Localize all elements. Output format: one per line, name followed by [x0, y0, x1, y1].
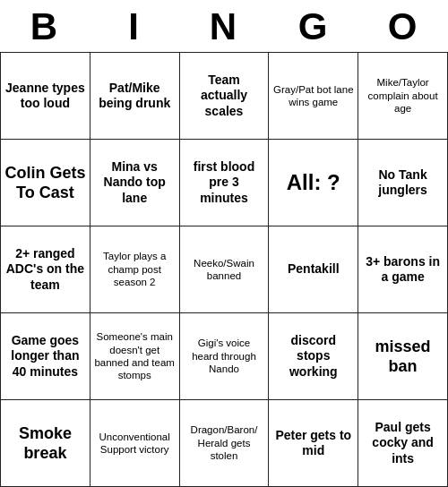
bingo-grid: Jeanne types too loudPat/Mike being drun… [0, 52, 448, 487]
cell-4-3: Peter gets to mid [269, 400, 358, 487]
cell-text-0-2: Team actually scales [184, 73, 265, 120]
cell-3-0: Game goes longer than 40 minutes [1, 313, 90, 400]
cell-1-4: No Tank junglers [358, 140, 448, 226]
cell-text-1-2: first blood pre 3 minutes [184, 159, 265, 207]
cell-text-1-3: All: ? [287, 169, 340, 196]
cell-text-4-4: Paul gets cocky and ints [362, 420, 444, 467]
cell-1-3: All: ? [269, 140, 358, 226]
cell-text-3-2: Gigi's voice heard through Nando [184, 337, 265, 375]
cell-3-1: Someone's main doesn't get banned and te… [90, 313, 180, 400]
cell-text-3-1: Someone's main doesn't get banned and te… [94, 330, 176, 382]
cell-text-4-1: Unconventional Support victory [94, 431, 176, 457]
cell-0-2: Team actually scales [180, 53, 270, 140]
cell-text-2-1: Taylor plays a champ post season 2 [94, 250, 176, 288]
cell-text-0-3: Gray/Pat bot lane wins game [272, 83, 354, 109]
cell-text-2-3: Pentakill [288, 261, 340, 278]
title-letter-O: O [358, 5, 448, 48]
cell-4-1: Unconventional Support victory [90, 400, 180, 487]
title-letter-I: I [90, 5, 179, 48]
cell-4-2: Dragon/Baron/ Herald gets stolen [180, 400, 270, 487]
cell-text-0-4: Mike/Taylor complain about age [362, 76, 444, 115]
cell-text-2-4: 3+ barons in a game [362, 254, 444, 286]
cell-text-3-3: discord stops working [272, 333, 354, 380]
cell-text-0-1: Pat/Mike being drunk [94, 81, 176, 112]
title-letter-B: B [0, 5, 90, 48]
cell-text-0-0: Jeanne types too loud [4, 81, 86, 112]
cell-0-0: Jeanne types too loud [1, 53, 90, 140]
cell-1-0: Colin Gets To Cast [1, 140, 90, 226]
cell-text-3-4: missed ban [362, 337, 444, 377]
cell-2-0: 2+ ranged ADC's on the team [1, 226, 90, 313]
cell-2-4: 3+ barons in a game [358, 226, 448, 313]
cell-0-3: Gray/Pat bot lane wins game [269, 53, 358, 140]
cell-text-4-0: Smoke break [4, 423, 86, 464]
bingo-title: BINGO [0, 0, 448, 52]
title-letter-G: G [269, 5, 358, 48]
cell-text-4-2: Dragon/Baron/ Herald gets stolen [184, 423, 265, 462]
cell-3-3: discord stops working [269, 313, 358, 400]
cell-2-2: Neeko/Swain banned [180, 226, 270, 313]
cell-2-1: Taylor plays a champ post season 2 [90, 226, 180, 313]
cell-text-4-3: Peter gets to mid [272, 428, 354, 459]
cell-2-3: Pentakill [269, 226, 358, 313]
cell-1-1: Mina vs Nando top lane [90, 140, 180, 226]
cell-3-2: Gigi's voice heard through Nando [180, 313, 270, 400]
cell-3-4: missed ban [358, 313, 448, 400]
cell-text-2-0: 2+ ranged ADC's on the team [4, 246, 86, 294]
title-letter-N: N [179, 5, 269, 48]
cell-4-4: Paul gets cocky and ints [358, 400, 448, 487]
cell-0-1: Pat/Mike being drunk [90, 53, 180, 140]
cell-text-2-2: Neeko/Swain banned [184, 257, 265, 283]
cell-text-1-1: Mina vs Nando top lane [94, 159, 176, 207]
cell-1-2: first blood pre 3 minutes [180, 140, 270, 226]
cell-0-4: Mike/Taylor complain about age [358, 53, 448, 140]
cell-text-3-0: Game goes longer than 40 minutes [4, 333, 86, 380]
cell-4-0: Smoke break [1, 400, 90, 487]
cell-text-1-4: No Tank junglers [362, 167, 444, 199]
cell-text-1-0: Colin Gets To Cast [4, 163, 86, 203]
